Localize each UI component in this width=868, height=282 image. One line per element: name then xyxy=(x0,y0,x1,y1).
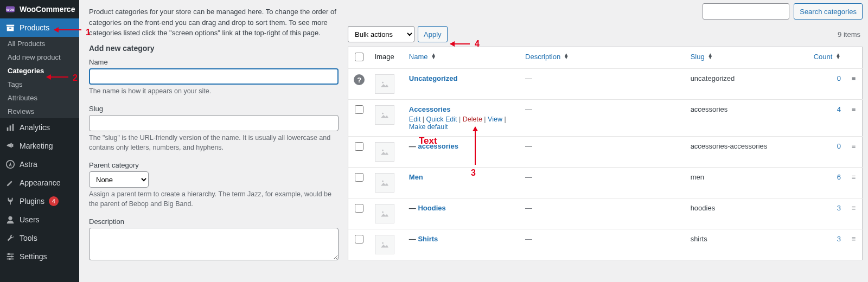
category-link[interactable]: — Shirts xyxy=(409,235,438,243)
reorder-handle[interactable]: ≡ xyxy=(845,69,863,100)
reorder-handle[interactable]: ≡ xyxy=(845,137,863,168)
sort-icon: ▲▼ xyxy=(707,53,713,59)
table-row: ?Uncategorized—uncategorized0≡ xyxy=(348,69,863,100)
category-link[interactable]: — accessories xyxy=(409,142,458,150)
category-link[interactable]: Men xyxy=(409,173,423,181)
col-count[interactable]: Count ▲▼ xyxy=(808,47,845,69)
category-thumb xyxy=(375,235,394,254)
category-thumb xyxy=(375,74,394,94)
sidebar-label: Marketing xyxy=(20,142,53,150)
svg-point-16 xyxy=(9,258,11,260)
svg-point-24 xyxy=(382,181,384,182)
row-checkbox[interactable] xyxy=(355,105,363,114)
count-link[interactable]: 3 xyxy=(837,235,841,243)
svg-point-22 xyxy=(382,150,384,151)
col-description[interactable]: Description ▲▼ xyxy=(521,47,686,69)
help-icon[interactable]: ? xyxy=(354,74,365,85)
table-row: — accessories—accessories-accessories0≡ xyxy=(348,137,863,168)
sidebar-sub-tags[interactable]: Tags xyxy=(0,78,79,91)
count-link[interactable]: 3 xyxy=(837,204,841,212)
reorder-handle[interactable]: ≡ xyxy=(845,100,863,137)
sidebar-sub-categories[interactable]: Categories xyxy=(0,64,79,78)
sidebar-label: WooCommerce xyxy=(20,5,75,14)
sidebar-label: Astra xyxy=(20,160,37,169)
reorder-handle[interactable]: ≡ xyxy=(845,168,863,198)
intro-text: Product categories for your store can be… xyxy=(89,7,337,39)
sidebar-sub-attributes[interactable]: Attributes xyxy=(0,91,79,105)
sidebar-item-settings[interactable]: Settings xyxy=(0,247,79,266)
bulk-actions-select[interactable]: Bulk actions xyxy=(348,26,414,42)
cell-slug: shirts xyxy=(686,229,809,260)
category-thumb xyxy=(375,142,394,162)
sidebar-item-woocommerce[interactable]: woo WooCommerce xyxy=(0,0,79,18)
category-link[interactable]: Accessories xyxy=(409,105,451,113)
sidebar-item-plugins[interactable]: Plugins 4 xyxy=(0,192,79,210)
sidebar-sub-all-products[interactable]: All Products xyxy=(0,37,79,50)
sort-icon: ▲▼ xyxy=(431,53,436,59)
sidebar-item-tools[interactable]: Tools xyxy=(0,229,79,247)
cell-slug: men xyxy=(686,168,809,198)
col-slug[interactable]: Slug ▲▼ xyxy=(686,47,809,69)
action-make-default[interactable]: Make default xyxy=(409,123,448,131)
row-checkbox[interactable] xyxy=(355,235,363,243)
slug-input[interactable] xyxy=(89,115,339,131)
search-input[interactable] xyxy=(703,3,789,20)
category-link[interactable]: — Hoodies xyxy=(409,204,446,212)
apply-button[interactable]: Apply xyxy=(418,26,448,42)
svg-text:woo: woo xyxy=(6,7,15,12)
row-checkbox[interactable] xyxy=(355,142,363,151)
svg-point-26 xyxy=(382,211,384,213)
sidebar-item-users[interactable]: Users xyxy=(0,210,79,229)
count-link[interactable]: 0 xyxy=(837,74,841,82)
sidebar-item-products[interactable]: Products xyxy=(0,18,79,37)
sort-icon: ▲▼ xyxy=(835,53,841,59)
svg-point-14 xyxy=(8,253,10,255)
count-link[interactable]: 4 xyxy=(837,105,841,113)
search-bar: Search categories xyxy=(703,3,863,20)
count-link[interactable]: 0 xyxy=(837,142,841,150)
select-all-checkbox[interactable] xyxy=(355,53,363,61)
name-label: Name xyxy=(89,58,337,66)
sidebar-item-analytics[interactable]: Analytics xyxy=(0,118,79,137)
sidebar-item-appearance[interactable]: Appearance xyxy=(0,174,79,192)
row-checkbox[interactable] xyxy=(355,204,363,213)
category-link[interactable]: Uncategorized xyxy=(409,74,458,82)
action-delete[interactable]: Delete xyxy=(463,116,482,123)
main-content: Product categories for your store can be… xyxy=(79,0,868,282)
sidebar-sub-reviews[interactable]: Reviews xyxy=(0,105,79,118)
slug-label: Slug xyxy=(89,105,337,113)
sidebar-item-astra[interactable]: Astra xyxy=(0,155,79,174)
svg-point-15 xyxy=(11,255,13,258)
name-input[interactable] xyxy=(89,68,339,85)
row-checkbox[interactable] xyxy=(355,173,363,182)
sidebar-label: Appearance xyxy=(20,178,61,187)
description-input[interactable] xyxy=(89,228,339,260)
parent-label: Parent category xyxy=(89,161,337,169)
archive-icon xyxy=(5,23,15,33)
brush-icon xyxy=(5,178,15,188)
field-slug: Slug The "slug" is the URL-friendly vers… xyxy=(89,105,337,152)
reorder-handle[interactable]: ≡ xyxy=(845,229,863,260)
plug-icon xyxy=(5,196,15,206)
count-link[interactable]: 6 xyxy=(837,173,841,181)
sidebar-sub-add-new[interactable]: Add new product xyxy=(0,50,79,64)
categories-table-panel: Search categories Bulk actions Apply 9 i… xyxy=(348,0,868,282)
svg-point-18 xyxy=(382,82,384,84)
action-view[interactable]: View xyxy=(488,116,502,123)
wrench-icon xyxy=(5,233,15,243)
svg-point-20 xyxy=(382,113,384,114)
action-quick-edit[interactable]: Quick Edit xyxy=(426,116,457,123)
field-name: Name The name is how it appears on your … xyxy=(89,58,337,97)
sidebar-item-marketing[interactable]: Marketing xyxy=(0,137,79,155)
parent-select[interactable]: None xyxy=(89,171,149,188)
action-edit[interactable]: Edit xyxy=(409,116,421,123)
col-name[interactable]: Name ▲▼ xyxy=(405,47,521,69)
cell-description: — xyxy=(525,142,532,150)
reorder-handle[interactable]: ≡ xyxy=(845,198,863,229)
field-parent: Parent category None Assign a parent ter… xyxy=(89,161,337,209)
sidebar-label: Analytics xyxy=(20,123,50,132)
update-badge: 4 xyxy=(49,196,59,206)
add-category-panel: Product categories for your store can be… xyxy=(79,0,348,282)
col-image: Image xyxy=(371,47,405,69)
search-button[interactable]: Search categories xyxy=(794,3,863,20)
